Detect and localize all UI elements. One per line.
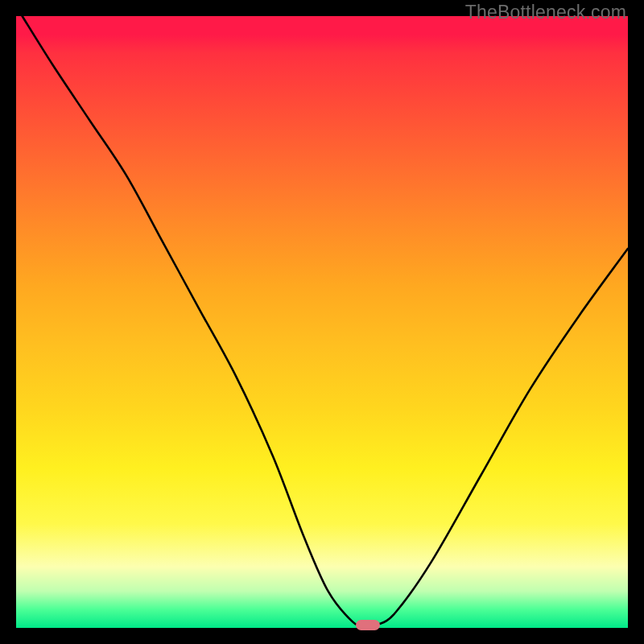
bottleneck-curve <box>16 16 628 628</box>
optimal-marker <box>356 620 380 630</box>
watermark-text: TheBottleneck.com <box>465 2 626 23</box>
chart-frame: TheBottleneck.com <box>0 0 644 644</box>
plot-area <box>16 16 628 628</box>
